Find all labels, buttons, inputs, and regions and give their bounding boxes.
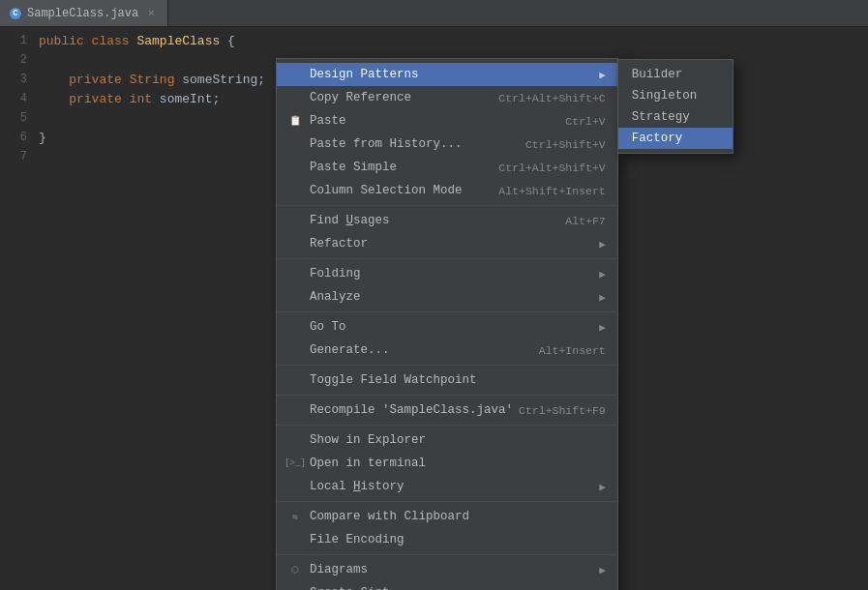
- line-number-7: 7: [0, 150, 39, 163]
- menu-item-open-terminal-label: Open in terminal: [310, 457, 606, 470]
- line-number-4: 4: [0, 92, 39, 105]
- menu-item-find-usages[interactable]: Find Usages Alt+F7: [277, 209, 617, 232]
- menu-item-show-explorer-label: Show in Explorer: [310, 433, 606, 447]
- submenu-item-singleton-label: Singleton: [632, 89, 698, 103]
- menu-item-paste-simple[interactable]: Paste Simple Ctrl+Alt+Shift+V: [277, 156, 617, 179]
- copy-reference-icon: [286, 89, 304, 106]
- create-gist-icon: ◉: [286, 584, 304, 590]
- code-content-1: public class SampleClass {: [39, 34, 235, 48]
- tab-bar: C SampleClass.java ×: [0, 0, 868, 27]
- menu-item-toggle-watchpoint[interactable]: Toggle Field Watchpoint: [277, 369, 617, 392]
- menu-item-copy-reference-label: Copy Reference: [310, 91, 493, 104]
- menu-item-file-encoding-label: File Encoding: [310, 533, 606, 546]
- paste-simple-icon: [286, 159, 304, 176]
- menu-item-paste-label: Paste: [310, 114, 559, 128]
- menu-item-analyze-label: Analyze: [310, 290, 593, 304]
- menu-item-show-explorer[interactable]: Show in Explorer: [277, 428, 617, 452]
- submenu-item-builder[interactable]: Builder: [618, 64, 733, 85]
- menu-item-file-encoding[interactable]: File Encoding: [277, 528, 617, 551]
- menu-item-refactor[interactable]: Refactor ▶: [277, 232, 617, 255]
- submenu-item-factory-label: Factory: [632, 132, 683, 145]
- paste-simple-shortcut: Ctrl+Alt+Shift+V: [498, 162, 605, 174]
- menu-item-open-terminal[interactable]: [>_] Open in terminal: [277, 452, 617, 475]
- menu-item-goto[interactable]: Go To ▶: [277, 315, 617, 339]
- menu-item-diagrams[interactable]: ⬡ Diagrams ▶: [277, 558, 617, 581]
- design-patterns-icon: [286, 66, 304, 83]
- menu-item-local-history-label: Local History: [310, 480, 593, 493]
- refactor-arrow-icon: ▶: [599, 238, 606, 251]
- separator-8: [277, 554, 617, 555]
- paste-shortcut: Ctrl+V: [565, 115, 605, 128]
- paste-icon: 📋: [286, 112, 304, 130]
- tab-close-button[interactable]: ×: [144, 7, 158, 20]
- separator-1: [277, 205, 617, 206]
- code-content-4: private int someInt;: [39, 92, 220, 106]
- menu-item-folding[interactable]: Folding ▶: [277, 262, 617, 285]
- menu-item-column-mode-label: Column Selection Mode: [310, 184, 493, 197]
- submenu-item-builder-label: Builder: [632, 68, 683, 81]
- separator-2: [277, 258, 617, 259]
- find-usages-icon: [286, 212, 304, 229]
- toggle-watchpoint-icon: [286, 371, 304, 389]
- menu-item-recompile[interactable]: Recompile 'SampleClass.java' Ctrl+Shift+…: [277, 398, 617, 422]
- line-number-6: 6: [0, 131, 39, 144]
- recompile-shortcut: Ctrl+Shift+F9: [519, 404, 606, 417]
- submenu-item-factory[interactable]: Factory: [618, 128, 733, 149]
- line-number-1: 1: [0, 34, 39, 47]
- recompile-icon: [286, 401, 304, 419]
- line-number-3: 3: [0, 73, 39, 86]
- menu-item-create-gist[interactable]: ◉ Create Gist...: [277, 581, 617, 590]
- local-history-arrow-icon: ▶: [599, 481, 606, 493]
- goto-arrow-icon: ▶: [599, 321, 606, 334]
- menu-item-generate-label: Generate...: [310, 343, 533, 357]
- menu-item-goto-label: Go To: [310, 320, 593, 334]
- tab-sampleclass[interactable]: C SampleClass.java ×: [0, 0, 168, 26]
- separator-5: [277, 395, 617, 396]
- folding-icon: [286, 265, 304, 282]
- separator-4: [277, 365, 617, 366]
- separator-7: [277, 501, 617, 502]
- menu-item-paste-history[interactable]: Paste from History... Ctrl+Shift+V: [277, 133, 617, 156]
- tab-label: SampleClass.java: [27, 7, 138, 20]
- design-patterns-submenu: Builder Singleton Strategy Factory: [617, 59, 733, 154]
- compare-clipboard-icon: ⇆: [286, 508, 304, 525]
- menu-item-paste-history-label: Paste from History...: [310, 137, 520, 151]
- menu-item-copy-reference[interactable]: Copy Reference Ctrl+Alt+Shift+C: [277, 86, 617, 109]
- menu-item-column-mode[interactable]: Column Selection Mode Alt+Shift+Insert: [277, 179, 617, 202]
- terminal-icon: [>_]: [286, 455, 304, 472]
- line-number-2: 2: [0, 53, 39, 67]
- separator-3: [277, 311, 617, 312]
- column-mode-icon: [286, 182, 304, 199]
- local-history-icon: [286, 478, 304, 495]
- menu-item-design-patterns-label: Design Patterns: [310, 68, 593, 81]
- menu-item-paste[interactable]: 📋 Paste Ctrl+V: [277, 109, 617, 133]
- code-content-6: }: [39, 131, 46, 145]
- paste-history-icon: [286, 135, 304, 153]
- goto-icon: [286, 318, 304, 336]
- menu-item-compare-clipboard[interactable]: ⇆ Compare with Clipboard: [277, 505, 617, 528]
- menu-item-analyze[interactable]: Analyze ▶: [277, 285, 617, 309]
- analyze-icon: [286, 288, 304, 306]
- submenu-item-singleton[interactable]: Singleton: [618, 85, 733, 106]
- menu-item-folding-label: Folding: [310, 267, 593, 280]
- menu-item-paste-simple-label: Paste Simple: [310, 161, 493, 174]
- menu-item-find-usages-label: Find Usages: [310, 214, 559, 227]
- file-encoding-icon: [286, 531, 304, 548]
- code-line-1: 1 public class SampleClass {: [0, 31, 868, 50]
- refactor-icon: [286, 235, 304, 252]
- menu-item-generate[interactable]: Generate... Alt+Insert: [277, 339, 617, 362]
- menu-item-local-history[interactable]: Local History ▶: [277, 475, 617, 498]
- folding-arrow-icon: ▶: [599, 268, 606, 280]
- submenu-item-strategy[interactable]: Strategy: [618, 106, 733, 128]
- menu-item-toggle-watchpoint-label: Toggle Field Watchpoint: [310, 373, 606, 387]
- tab-filetype-icon: C: [10, 8, 21, 19]
- diagrams-icon: ⬡: [286, 561, 304, 578]
- find-usages-shortcut: Alt+F7: [565, 215, 605, 227]
- line-number-5: 5: [0, 111, 39, 125]
- menu-item-create-gist-label: Create Gist...: [310, 586, 606, 590]
- menu-item-diagrams-label: Diagrams: [310, 563, 593, 576]
- menu-item-design-patterns[interactable]: Design Patterns ▶ Builder Singleton Stra…: [277, 63, 617, 86]
- menu-item-compare-clipboard-label: Compare with Clipboard: [310, 510, 606, 523]
- generate-icon: [286, 341, 304, 359]
- analyze-arrow-icon: ▶: [599, 291, 606, 304]
